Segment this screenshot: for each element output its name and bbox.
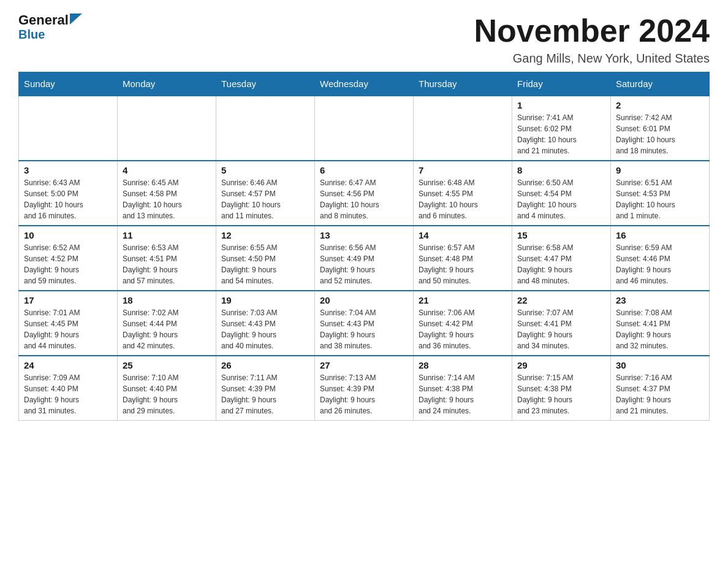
day-number: 7 [419,165,507,175]
day-info: Sunrise: 6:56 AM Sunset: 4:49 PM Dayligh… [320,242,408,286]
logo-general: General [18,12,69,28]
day-number: 2 [616,100,704,110]
day-number: 18 [123,295,211,305]
day-number: 5 [221,165,309,175]
day-cell: 24Sunrise: 7:09 AM Sunset: 4:40 PM Dayli… [19,356,118,421]
day-cell: 5Sunrise: 6:46 AM Sunset: 4:57 PM Daylig… [216,161,315,226]
day-cell: 20Sunrise: 7:04 AM Sunset: 4:43 PM Dayli… [315,291,414,356]
day-info: Sunrise: 6:52 AM Sunset: 4:52 PM Dayligh… [24,242,112,286]
day-info: Sunrise: 6:59 AM Sunset: 4:46 PM Dayligh… [616,242,704,286]
page-header: General Blue November 2024 Gang Mills, N… [18,12,710,66]
day-info: Sunrise: 6:46 AM Sunset: 4:57 PM Dayligh… [221,177,309,221]
day-info: Sunrise: 7:08 AM Sunset: 4:41 PM Dayligh… [616,307,704,351]
svg-marker-0 [70,13,82,25]
day-number: 9 [616,165,704,175]
day-cell [315,96,414,161]
day-info: Sunrise: 6:47 AM Sunset: 4:56 PM Dayligh… [320,177,408,221]
day-number: 10 [24,230,112,240]
day-number: 12 [221,230,309,240]
day-number: 25 [123,360,211,370]
day-cell: 13Sunrise: 6:56 AM Sunset: 4:49 PM Dayli… [315,226,414,291]
day-info: Sunrise: 7:04 AM Sunset: 4:43 PM Dayligh… [320,307,408,351]
day-info: Sunrise: 7:14 AM Sunset: 4:38 PM Dayligh… [419,372,507,416]
day-cell: 8Sunrise: 6:50 AM Sunset: 4:54 PM Daylig… [512,161,611,226]
day-number: 16 [616,230,704,240]
day-info: Sunrise: 6:50 AM Sunset: 4:54 PM Dayligh… [517,177,605,221]
day-info: Sunrise: 7:06 AM Sunset: 4:42 PM Dayligh… [419,307,507,351]
day-info: Sunrise: 7:10 AM Sunset: 4:40 PM Dayligh… [123,372,211,416]
day-cell: 18Sunrise: 7:02 AM Sunset: 4:44 PM Dayli… [118,291,216,356]
day-cell: 16Sunrise: 6:59 AM Sunset: 4:46 PM Dayli… [611,226,710,291]
calendar-subtitle: Gang Mills, New York, United States [474,52,710,66]
day-number: 19 [221,295,309,305]
day-info: Sunrise: 7:09 AM Sunset: 4:40 PM Dayligh… [24,372,112,416]
day-number: 29 [517,360,605,370]
day-cell: 14Sunrise: 6:57 AM Sunset: 4:48 PM Dayli… [414,226,512,291]
day-number: 15 [517,230,605,240]
day-info: Sunrise: 7:13 AM Sunset: 4:39 PM Dayligh… [320,372,408,416]
day-cell: 15Sunrise: 6:58 AM Sunset: 4:47 PM Dayli… [512,226,611,291]
day-cell: 19Sunrise: 7:03 AM Sunset: 4:43 PM Dayli… [216,291,315,356]
header-tuesday: Tuesday [216,72,315,96]
day-cell: 9Sunrise: 6:51 AM Sunset: 4:53 PM Daylig… [611,161,710,226]
day-info: Sunrise: 7:16 AM Sunset: 4:37 PM Dayligh… [616,372,704,416]
day-cell: 2Sunrise: 7:42 AM Sunset: 6:01 PM Daylig… [611,96,710,161]
title-section: November 2024 Gang Mills, New York, Unit… [474,12,710,66]
header-wednesday: Wednesday [315,72,414,96]
day-cell: 25Sunrise: 7:10 AM Sunset: 4:40 PM Dayli… [118,356,216,421]
day-info: Sunrise: 7:01 AM Sunset: 4:45 PM Dayligh… [24,307,112,351]
day-info: Sunrise: 6:53 AM Sunset: 4:51 PM Dayligh… [123,242,211,286]
day-info: Sunrise: 7:03 AM Sunset: 4:43 PM Dayligh… [221,307,309,351]
day-info: Sunrise: 6:58 AM Sunset: 4:47 PM Dayligh… [517,242,605,286]
day-number: 13 [320,230,408,240]
header-friday: Friday [512,72,611,96]
day-info: Sunrise: 7:42 AM Sunset: 6:01 PM Dayligh… [616,112,704,156]
calendar-title: November 2024 [474,12,710,49]
day-cell: 7Sunrise: 6:48 AM Sunset: 4:55 PM Daylig… [414,161,512,226]
day-number: 14 [419,230,507,240]
day-cell: 12Sunrise: 6:55 AM Sunset: 4:50 PM Dayli… [216,226,315,291]
day-number: 23 [616,295,704,305]
day-cell: 17Sunrise: 7:01 AM Sunset: 4:45 PM Dayli… [19,291,118,356]
day-info: Sunrise: 6:48 AM Sunset: 4:55 PM Dayligh… [419,177,507,221]
header-saturday: Saturday [611,72,710,96]
logo-arrow-icon [70,13,82,25]
day-cell: 23Sunrise: 7:08 AM Sunset: 4:41 PM Dayli… [611,291,710,356]
day-cell: 10Sunrise: 6:52 AM Sunset: 4:52 PM Dayli… [19,226,118,291]
weekday-header-row: Sunday Monday Tuesday Wednesday Thursday… [19,72,710,96]
day-info: Sunrise: 7:02 AM Sunset: 4:44 PM Dayligh… [123,307,211,351]
day-number: 30 [616,360,704,370]
day-cell: 22Sunrise: 7:07 AM Sunset: 4:41 PM Dayli… [512,291,611,356]
week-row-4: 17Sunrise: 7:01 AM Sunset: 4:45 PM Dayli… [19,291,710,356]
week-row-3: 10Sunrise: 6:52 AM Sunset: 4:52 PM Dayli… [19,226,710,291]
day-cell: 30Sunrise: 7:16 AM Sunset: 4:37 PM Dayli… [611,356,710,421]
header-sunday: Sunday [19,72,118,96]
day-cell: 27Sunrise: 7:13 AM Sunset: 4:39 PM Dayli… [315,356,414,421]
calendar-table: Sunday Monday Tuesday Wednesday Thursday… [18,72,710,421]
day-cell [414,96,512,161]
day-cell: 1Sunrise: 7:41 AM Sunset: 6:02 PM Daylig… [512,96,611,161]
day-info: Sunrise: 7:11 AM Sunset: 4:39 PM Dayligh… [221,372,309,416]
day-cell: 29Sunrise: 7:15 AM Sunset: 4:38 PM Dayli… [512,356,611,421]
day-info: Sunrise: 6:51 AM Sunset: 4:53 PM Dayligh… [616,177,704,221]
day-number: 11 [123,230,211,240]
day-cell [216,96,315,161]
day-info: Sunrise: 7:07 AM Sunset: 4:41 PM Dayligh… [517,307,605,351]
day-cell [19,96,118,161]
day-number: 24 [24,360,112,370]
day-info: Sunrise: 6:55 AM Sunset: 4:50 PM Dayligh… [221,242,309,286]
day-info: Sunrise: 6:45 AM Sunset: 4:58 PM Dayligh… [123,177,211,221]
day-info: Sunrise: 7:15 AM Sunset: 4:38 PM Dayligh… [517,372,605,416]
day-number: 26 [221,360,309,370]
day-number: 22 [517,295,605,305]
week-row-5: 24Sunrise: 7:09 AM Sunset: 4:40 PM Dayli… [19,356,710,421]
day-cell: 28Sunrise: 7:14 AM Sunset: 4:38 PM Dayli… [414,356,512,421]
day-number: 6 [320,165,408,175]
day-number: 27 [320,360,408,370]
day-cell [118,96,216,161]
day-info: Sunrise: 7:41 AM Sunset: 6:02 PM Dayligh… [517,112,605,156]
day-cell: 11Sunrise: 6:53 AM Sunset: 4:51 PM Dayli… [118,226,216,291]
week-row-2: 3Sunrise: 6:43 AM Sunset: 5:00 PM Daylig… [19,161,710,226]
logo-blue: Blue [18,27,45,42]
day-cell: 26Sunrise: 7:11 AM Sunset: 4:39 PM Dayli… [216,356,315,421]
